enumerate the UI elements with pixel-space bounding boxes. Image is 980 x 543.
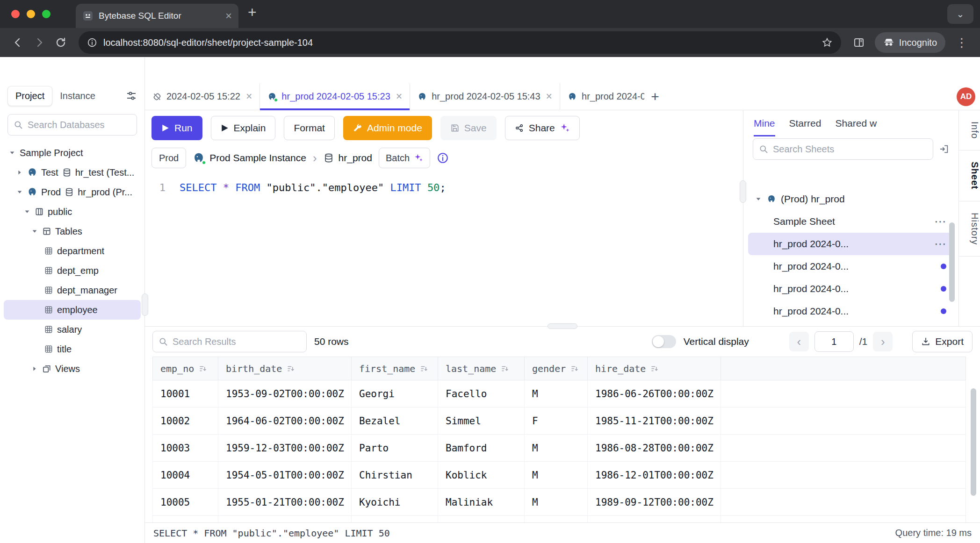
results-search-input[interactable] [173,336,301,347]
save-button[interactable]: Save [440,116,497,140]
cell[interactable]: 1986-08-28T00:00:00Z [588,435,721,462]
results-resize-handle[interactable] [548,323,577,329]
cell[interactable]: 1986-06-26T00:00:00Z [588,380,721,407]
sheet-item[interactable]: Sample Sheet ⋯ [748,210,954,233]
tab-starred[interactable]: Starred [789,110,821,136]
database-selector[interactable]: hr_prod [324,152,372,164]
tree-item-table-salary[interactable]: salary [4,320,141,339]
sheet-item-selected[interactable]: hr_prod 2024-0... ⋯ [748,233,954,255]
tree-item-table-dept-manager[interactable]: dept_manager [4,280,141,300]
column-header-last-name[interactable]: last_name [438,357,525,380]
cell[interactable]: F [525,407,588,435]
run-button[interactable]: Run [151,116,202,140]
database-search[interactable] [7,114,137,136]
cell[interactable]: M [525,380,588,407]
share-button[interactable]: Share [505,116,580,140]
database-search-input[interactable] [28,120,131,130]
instance-selector[interactable]: Prod Sample Instance [193,152,306,164]
cell[interactable]: M [525,435,588,462]
close-tab-icon[interactable]: × [546,91,552,102]
tab-instance[interactable]: Instance [52,86,103,106]
more-actions-icon[interactable]: ⋯ [934,215,946,228]
cell[interactable]: 1954-05-01T00:00:00Z [218,462,352,489]
user-avatar[interactable]: AD [957,87,975,106]
sort-icon[interactable] [650,364,659,373]
cell[interactable]: 1953-04-20T00:00:00Z [218,516,352,523]
new-tab-button[interactable]: + [248,5,257,20]
sort-icon[interactable] [420,364,428,373]
chevron-right-icon[interactable] [31,365,38,372]
sql-editor[interactable]: 1 SELECT * FROM "public"."employee" LIMI… [145,174,743,326]
sort-icon[interactable] [199,364,207,373]
cell[interactable]: 1953-09-02T00:00:00Z [218,380,352,407]
cell[interactable]: Koblick [438,462,525,489]
tab-info[interactable]: Info [959,110,980,150]
editor-tab-4[interactable]: hr_prod 2024-0 [560,83,644,110]
cell[interactable]: Bezalel [352,407,438,435]
tree-item-test-database[interactable]: Test hr_test (Test... [4,163,141,182]
tab-mine[interactable]: Mine [754,110,775,136]
filter-settings-icon[interactable] [126,90,137,101]
cell[interactable]: 1989-06-02T00:00:00Z [588,516,721,523]
cell[interactable]: Parto [352,435,438,462]
tab-project[interactable]: Project [7,86,52,106]
cell[interactable]: Preusig [438,516,525,523]
cell[interactable]: 1955-01-21T00:00:00Z [218,489,352,516]
column-header-first-name[interactable]: first_name [352,357,438,380]
sql-code-line[interactable]: SELECT * FROM "public"."employee" LIMIT … [172,179,743,326]
zoom-window-button[interactable] [42,10,50,18]
sheet-item[interactable]: hr_prod 2024-0... [748,278,954,300]
admin-mode-button[interactable]: Admin mode [343,116,432,140]
editor-tab-1[interactable]: 2024-02-05 15:22 × [145,83,260,110]
sheet-item[interactable]: hr_prod 2024-0... [748,255,954,278]
cell[interactable]: M [525,462,588,489]
cell[interactable]: 1986-12-01T00:00:00Z [588,462,721,489]
editor-tab-3[interactable]: hr_prod 2024-02-05 15:43 × [410,83,560,110]
panel-resize-handle[interactable] [740,180,746,203]
chevron-right-icon[interactable] [16,169,23,176]
page-number-input[interactable] [814,331,854,352]
chevron-down-icon[interactable] [23,208,31,215]
sheet-item[interactable]: hr_prod 2024-0... [748,300,954,322]
cell[interactable]: 10006 [153,516,218,523]
column-header-emp-no[interactable]: emp_no [153,357,218,380]
previous-page-button[interactable]: ‹ [789,332,809,351]
chevron-down-icon[interactable] [31,228,38,235]
browser-tab[interactable]: Bytebase SQL Editor × [76,4,238,28]
tree-item-table-employee[interactable]: employee [4,300,141,320]
sort-icon[interactable] [570,364,579,373]
scrollbar[interactable] [971,388,976,496]
tree-item-tables-group[interactable]: Tables [4,221,141,241]
cell[interactable]: 1959-12-03T00:00:00Z [218,435,352,462]
cell[interactable]: 10005 [153,489,218,516]
cell[interactable]: F [525,516,588,523]
cell[interactable]: 1989-09-12T00:00:00Z [588,489,721,516]
tree-item-prod-database[interactable]: Prod hr_prod (Pr... [4,182,141,202]
more-actions-icon[interactable]: ⋯ [934,238,946,250]
cell[interactable]: Facello [438,380,525,407]
column-header-hire-date[interactable]: hire_date [588,357,721,380]
reload-button[interactable] [51,33,70,52]
new-sheet-tab-button[interactable]: + [644,83,666,110]
tab-shared[interactable]: Shared w [835,110,877,136]
chevron-down-icon[interactable] [16,189,23,195]
cell[interactable]: M [525,489,588,516]
tree-item-schema-public[interactable]: public [4,202,141,221]
cell[interactable]: 10001 [153,380,218,407]
tree-item-project[interactable]: Sample Project [4,143,141,163]
bookmark-star-icon[interactable] [821,37,833,48]
results-search[interactable] [152,331,307,352]
site-info-icon[interactable] [87,37,97,48]
info-icon[interactable] [437,152,449,164]
cell[interactable]: 1964-06-02T00:00:00Z [218,407,352,435]
collapse-panel-icon[interactable] [939,144,949,154]
back-button[interactable] [8,33,27,52]
next-page-button[interactable]: › [873,332,893,351]
close-tab-icon[interactable]: × [225,10,232,21]
sheets-search-input[interactable] [773,144,927,155]
tree-item-table-dept-emp[interactable]: dept_emp [4,261,141,280]
cell[interactable]: 10002 [153,407,218,435]
scrollbar[interactable] [949,222,955,302]
close-tab-icon[interactable]: × [246,91,252,102]
split-view-icon[interactable] [850,33,868,52]
